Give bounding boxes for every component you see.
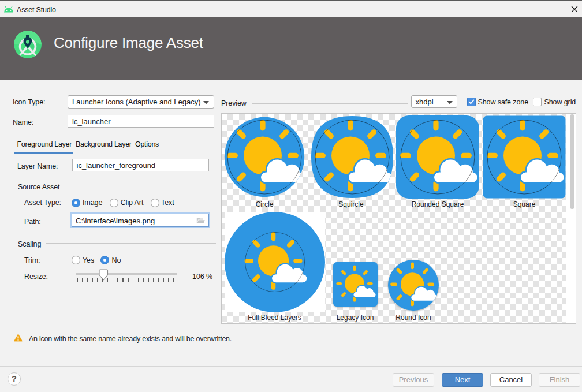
android-head-icon <box>3 6 14 13</box>
resize-value: 106 % <box>191 272 212 281</box>
tile-label-round: Round Icon <box>396 313 431 322</box>
android-studio-logo <box>14 31 42 58</box>
name-label: Name: <box>13 118 33 126</box>
chevron-down-icon <box>203 101 209 104</box>
path-input[interactable]: C:\interface\images.png <box>72 214 209 227</box>
window-title: Asset Studio <box>17 6 56 14</box>
icon-type-value: Launcher Icons (Adaptive and Legacy) <box>72 98 201 106</box>
tab-divider <box>73 154 217 154</box>
previous-button[interactable]: Previous <box>393 373 434 387</box>
icon-type-dropdown[interactable]: Launcher Icons (Adaptive and Legacy) <box>68 95 214 109</box>
resize-label: Resize: <box>24 272 48 281</box>
text-cursor <box>155 216 155 225</box>
source-asset-divider <box>64 186 216 186</box>
name-input[interactable]: ic_launcher <box>68 115 214 128</box>
scrollbar-thumb[interactable] <box>570 114 574 209</box>
radio-text[interactable] <box>151 199 159 207</box>
path-label: Path: <box>24 218 41 226</box>
next-button[interactable]: Next <box>442 373 483 387</box>
cancel-button[interactable]: Cancel <box>490 373 532 387</box>
preview-tile-round <box>388 260 439 311</box>
show-safe-zone-checkbox[interactable] <box>467 98 476 106</box>
radio-trim-no[interactable] <box>100 256 109 264</box>
radio-trim-no-label: No <box>112 256 121 264</box>
warning-text: An icon with the same name already exist… <box>29 335 232 343</box>
path-value: C:\interface\images.png <box>76 216 155 225</box>
scaling-divider <box>46 243 216 244</box>
source-asset-section-label: Source Asset <box>18 183 59 191</box>
title-bar: Asset Studio <box>0 0 582 17</box>
scaling-section-label: Scaling <box>18 240 41 248</box>
radio-clip-art[interactable] <box>110 199 118 207</box>
icon-type-label: Icon Type: <box>13 98 45 106</box>
preview-tile-rounded-square <box>396 115 479 199</box>
preview-tile-circle <box>223 115 306 199</box>
layer-name-input[interactable]: ic_launcher_foreground <box>72 159 209 171</box>
page-title: Configure Image Asset <box>54 35 203 50</box>
trim-label: Trim: <box>24 256 40 264</box>
chevron-down-icon <box>447 101 453 104</box>
density-value: xhdpi <box>416 98 434 106</box>
tile-label-circle: Circle <box>256 200 274 208</box>
tile-label-squircle: Squircle <box>338 200 363 208</box>
preview-tile-full-bleed <box>225 212 325 312</box>
tab-options[interactable]: Options <box>135 140 159 148</box>
preview-tile-legacy <box>333 262 378 307</box>
resize-slider-thumb[interactable] <box>99 269 109 281</box>
show-grid-checkbox[interactable] <box>533 98 542 106</box>
tile-label-full-bleed: Full Bleed Layers <box>248 313 301 322</box>
preview-divider <box>252 103 408 104</box>
resize-slider-track[interactable] <box>76 273 177 275</box>
show-safe-zone-label: Show safe zone <box>478 98 529 106</box>
layer-name-label: Layer Name: <box>17 162 58 170</box>
close-icon[interactable] <box>569 3 580 15</box>
density-dropdown[interactable]: xhdpi <box>411 95 457 108</box>
check-icon <box>468 98 475 106</box>
warning-icon <box>14 334 23 342</box>
header-banner: Configure Image Asset <box>0 17 582 80</box>
tile-label-rounded-square: Rounded Square <box>412 200 464 208</box>
radio-image[interactable] <box>72 199 80 207</box>
help-button[interactable]: ? <box>8 372 21 386</box>
tab-background-layer[interactable]: Background Layer <box>76 140 132 148</box>
preview-tile-squircle <box>311 115 394 199</box>
asset-type-label: Asset Type: <box>24 199 61 207</box>
show-grid-label: Show grid <box>544 98 576 106</box>
radio-trim-yes-label: Yes <box>83 256 94 264</box>
radio-image-label: Image <box>83 199 102 207</box>
preview-tile-square <box>483 115 566 199</box>
preview-label: Preview <box>221 99 247 107</box>
folder-browse-icon[interactable] <box>196 217 205 223</box>
tile-label-square: Square <box>513 200 536 208</box>
layer-name-value: ic_launcher_foreground <box>77 161 156 170</box>
tab-foreground-layer[interactable]: Foreground Layer <box>17 140 72 148</box>
footer-divider <box>0 366 582 367</box>
resize-slider-ticks <box>77 278 177 282</box>
name-value: ic_launcher <box>72 117 111 126</box>
tile-label-legacy: Legacy Icon <box>337 313 374 322</box>
active-tab-underline <box>14 152 73 154</box>
radio-clip-art-label: Clip Art <box>121 199 144 207</box>
radio-trim-yes[interactable] <box>72 256 80 264</box>
radio-text-label: Text <box>161 199 174 207</box>
finish-button[interactable]: Finish <box>539 373 580 387</box>
